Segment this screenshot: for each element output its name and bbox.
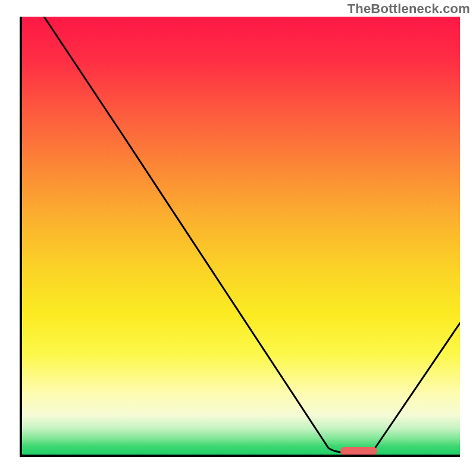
curve-svg <box>22 17 460 455</box>
optimal-marker <box>340 447 377 455</box>
bottleneck-curve <box>44 17 460 452</box>
watermark-text: TheBottleneck.com <box>347 1 470 17</box>
plot-area <box>20 17 460 457</box>
chart-canvas: TheBottleneck.com <box>0 0 476 476</box>
